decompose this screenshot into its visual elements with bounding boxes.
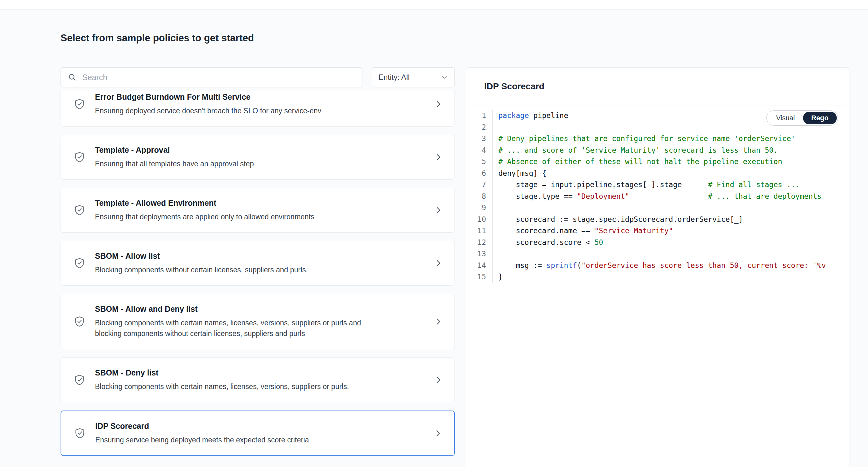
top-nav-bar [0, 0, 868, 9]
policy-title: SBOM - Allow list [95, 251, 424, 261]
line-number: 13 [466, 248, 493, 260]
policy-title: IDP Scorecard [95, 421, 424, 431]
chevron-down-icon [441, 74, 448, 81]
code-text: # ... and score of 'Service Maturity' sc… [493, 145, 778, 156]
code-line: 14 msg := sprintf("orderService has scor… [466, 260, 849, 271]
line-number: 5 [466, 156, 493, 168]
code-line: 13 [466, 248, 849, 260]
code-line: 7 stage = input.pipeline.stages[_].stage… [466, 179, 849, 191]
policy-description: Blocking components without certain lice… [95, 264, 372, 275]
chevron-right-icon [434, 152, 443, 162]
policy-shield-check-icon [73, 204, 86, 216]
line-number: 1 [466, 110, 493, 121]
line-number: 7 [466, 179, 493, 191]
code-text: } [493, 271, 503, 283]
policy-description: Ensuring deployed service doesn't breach… [95, 106, 372, 116]
policy-title: SBOM - Allow and Deny list [95, 304, 424, 314]
code-text [493, 248, 498, 260]
code-text: package pipeline [493, 110, 568, 121]
line-number: 12 [466, 237, 493, 248]
line-number: 6 [466, 168, 493, 179]
code-text: deny[msg] { [493, 168, 546, 179]
code-text: scorecard.name == "Service Maturity" [493, 225, 673, 237]
policy-title: Template - Allowed Environment [95, 198, 424, 208]
line-number: 8 [466, 191, 493, 202]
code-text: scorecard := stage.spec.idpScorecard.ord… [493, 214, 743, 225]
search-input[interactable] [82, 72, 355, 82]
code-line: 12 scorecard.score < 50 [466, 237, 849, 248]
policy-card[interactable]: Template - Allowed EnvironmentEnsuring t… [61, 188, 455, 233]
chevron-right-icon [434, 317, 443, 326]
policy-title: SBOM - Deny list [95, 368, 424, 377]
policy-card[interactable]: SBOM - Allow and Deny listBlocking compo… [61, 294, 455, 349]
policy-description: Blocking components with certain names, … [95, 317, 372, 339]
code-text: stage = input.pipeline.stages[_].stage #… [493, 179, 800, 191]
policy-shield-check-icon [73, 316, 86, 327]
policy-shield-check-icon [73, 257, 86, 269]
code-line: 11 scorecard.name == "Service Maturity" [466, 225, 849, 237]
policy-description: Ensuring service being deployed meets th… [95, 435, 373, 445]
chevron-right-icon [433, 429, 443, 438]
code-text [493, 121, 498, 133]
line-number: 4 [466, 145, 493, 156]
policy-preview-panel: IDP Scorecard Visual Rego 1package pipel… [466, 67, 849, 467]
code-line: 6deny[msg] { [466, 168, 849, 179]
policy-description: Ensuring that deployments are applied on… [95, 211, 372, 222]
code-text: stage.type == "Deployment" # ... that ar… [493, 191, 822, 202]
policy-description: Blocking components with certain names, … [95, 381, 372, 392]
code-text [493, 202, 498, 214]
code-editor[interactable]: 1package pipeline23# Deny pipelines that… [466, 110, 849, 283]
search-icon [68, 73, 76, 82]
code-text: # Deny pipelines that are configured for… [493, 133, 796, 145]
page-title: Select from sample policies to get start… [0, 9, 868, 44]
policy-card[interactable]: SBOM - Allow listBlocking components wit… [61, 241, 455, 286]
policy-list: Error Budget Burndown For Multi ServiceE… [61, 91, 455, 464]
code-line: 9 [466, 202, 849, 214]
code-line: 3# Deny pipelines that are configured fo… [466, 133, 849, 145]
code-line: 4# ... and score of 'Service Maturity' s… [466, 145, 849, 156]
code-line: 5# Absence of either of these will not h… [466, 156, 849, 168]
policy-shield-check-icon [73, 374, 86, 386]
search-box [61, 67, 363, 87]
line-number: 2 [466, 121, 493, 133]
editor-mode-toggle: Visual Rego [767, 111, 838, 125]
policy-shield-check-icon [73, 151, 86, 163]
line-number: 15 [466, 271, 493, 283]
line-number: 10 [466, 214, 493, 225]
code-line: 8 stage.type == "Deployment" # ... that … [466, 191, 849, 202]
policy-card[interactable]: SBOM - Deny listBlocking components with… [61, 357, 455, 402]
policy-card[interactable]: Error Budget Burndown For Multi ServiceE… [61, 91, 455, 126]
entity-filter-dropdown[interactable]: Entity: All [372, 67, 455, 87]
code-text: msg := sprintf("orderService has score l… [493, 260, 826, 271]
policy-list-column: Entity: All Error Budget Burndown For Mu… [61, 67, 455, 464]
chevron-right-icon [434, 99, 443, 109]
policy-card[interactable]: IDP ScorecardEnsuring service being depl… [61, 410, 455, 456]
policy-title: Template - Approval [95, 145, 424, 155]
preview-title: IDP Scorecard [484, 81, 545, 91]
code-line: 10 scorecard := stage.spec.idpScorecard.… [466, 214, 849, 225]
policy-title: Error Budget Burndown For Multi Service [95, 92, 424, 101]
rego-toggle-button[interactable]: Rego [803, 112, 837, 124]
chevron-right-icon [434, 205, 443, 215]
line-number: 11 [466, 225, 493, 237]
chevron-right-icon [434, 258, 443, 268]
entity-filter-label: Entity: All [378, 73, 410, 82]
code-line: 15} [466, 271, 849, 283]
visual-toggle-button[interactable]: Visual [768, 112, 803, 124]
policy-card[interactable]: Template - ApprovalEnsuring that all tem… [61, 135, 455, 179]
code-text: # Absence of either of these will not ha… [493, 156, 782, 168]
policy-description: Ensuring that all templates have an appr… [95, 158, 372, 169]
sample-policies-page: Select from sample policies to get start… [0, 9, 868, 467]
policy-shield-check-icon [74, 427, 86, 439]
chevron-right-icon [434, 375, 443, 385]
code-text: scorecard.score < 50 [493, 237, 603, 248]
line-number: 14 [466, 260, 493, 271]
policy-shield-check-icon [73, 98, 86, 110]
code-editor-area: Visual Rego 1package pipeline23# Deny pi… [466, 106, 849, 283]
line-number: 9 [466, 202, 493, 214]
line-number: 3 [466, 133, 493, 145]
